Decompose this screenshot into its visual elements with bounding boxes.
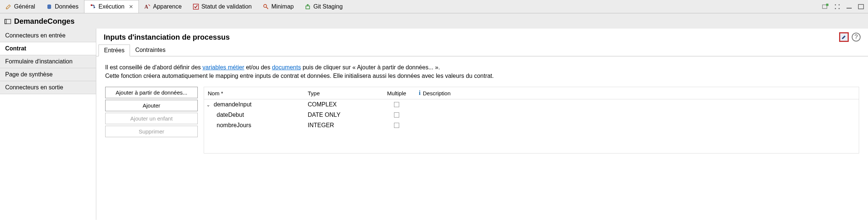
pencil-icon <box>5 3 12 10</box>
panel-title: Inputs d'instanciation de processus <box>104 33 839 42</box>
magnifier-icon <box>263 3 269 10</box>
cylinder-icon <box>46 3 53 10</box>
svg-point-14 <box>835 8 836 9</box>
pool-icon <box>4 18 11 25</box>
svg-line-4 <box>148 4 150 6</box>
svg-rect-19 <box>5 19 6 24</box>
tab-label: Git Staging <box>313 3 343 10</box>
checkbox-icon <box>193 3 199 10</box>
button-label: Ajouter un enfant <box>130 115 173 122</box>
svg-marker-2 <box>94 6 95 9</box>
sidebar-item-connectors-in[interactable]: Connecteurs en entrée <box>0 29 96 42</box>
add-child-button[interactable]: Ajouter un enfant <box>105 113 198 124</box>
close-icon[interactable]: ✕ <box>129 4 133 10</box>
tab-execution[interactable]: Exécution ✕ <box>84 0 139 13</box>
delete-button[interactable]: Supprimer <box>105 126 198 137</box>
table-row[interactable]: ⌄demandeInput COMPLEX <box>204 99 859 110</box>
svg-rect-1 <box>91 4 92 6</box>
help-icon[interactable]: ? <box>852 33 861 42</box>
sidebar-item-connectors-out[interactable]: Connecteurs en sortie <box>0 81 96 94</box>
subtab-label: Contraintes <box>135 47 166 53</box>
tab-label: Général <box>14 3 35 10</box>
sidebar-item-label: Formulaire d'instanciation <box>5 58 73 65</box>
editor-title-text: DemandeConges <box>14 17 74 26</box>
subtab-row: Entrées Contraintes <box>96 44 868 56</box>
tab-validation[interactable]: Statut de validation <box>187 0 257 13</box>
svg-rect-17 <box>858 4 864 9</box>
add-from-data-button[interactable]: Ajouter à partir de données... <box>105 87 198 98</box>
tab-label: Apparence <box>153 3 181 10</box>
font-icon: A <box>144 3 151 10</box>
git-icon <box>304 3 311 10</box>
table-row[interactable]: dateDebut DATE ONLY <box>204 110 859 120</box>
chevron-down-icon[interactable]: ⌄ <box>206 102 211 108</box>
cell-name: demandeInput <box>214 101 251 108</box>
svg-point-13 <box>839 4 840 5</box>
new-view-icon[interactable]: + <box>822 3 829 10</box>
cell-type: COMPLEX <box>308 101 337 108</box>
tab-appearance[interactable]: A Apparence <box>139 0 187 13</box>
inputs-table: Nom * Type Multiple iDescription ⌄demand… <box>204 87 859 154</box>
editor-title: DemandeConges <box>0 13 868 29</box>
section-sidebar: Connecteurs en entrée Contrat Formulaire… <box>0 29 96 220</box>
column-header-description[interactable]: iDescription <box>415 87 859 99</box>
edit-icon[interactable] <box>839 32 849 42</box>
help-text: Il est conseillé de d'abord définir des … <box>105 63 859 80</box>
sidebar-item-label: Page de synthèse <box>5 71 53 77</box>
tab-label: Données <box>55 3 79 10</box>
sidebar-item-instantiation-form[interactable]: Formulaire d'instanciation <box>0 55 96 68</box>
svg-text:+: + <box>827 4 828 6</box>
column-header-multiple[interactable]: Multiple <box>378 87 415 99</box>
svg-rect-8 <box>306 6 310 9</box>
subtab-label: Entrées <box>104 47 124 53</box>
tab-git-staging[interactable]: Git Staging <box>299 0 348 13</box>
maximize-icon[interactable] <box>858 3 864 10</box>
sidebar-item-label: Contrat <box>5 45 26 52</box>
checkbox-multiple[interactable] <box>394 112 399 118</box>
subtab-inputs[interactable]: Entrées <box>99 44 130 56</box>
execute-icon <box>90 3 96 10</box>
subtab-constraints[interactable]: Contraintes <box>130 44 171 56</box>
minimize-icon[interactable] <box>846 3 852 10</box>
svg-rect-18 <box>5 19 11 24</box>
tab-label: Statut de validation <box>201 3 252 10</box>
tab-label: Minimap <box>271 3 294 10</box>
svg-text:A: A <box>144 4 148 10</box>
svg-point-6 <box>264 4 267 7</box>
tab-minimap[interactable]: Minimap <box>257 0 299 13</box>
svg-point-15 <box>839 8 840 9</box>
checkbox-multiple[interactable] <box>394 123 399 128</box>
add-button[interactable]: Ajouter <box>105 100 198 111</box>
tab-general[interactable]: Général <box>0 0 41 13</box>
sidebar-item-contract[interactable]: Contrat <box>0 42 96 55</box>
tab-data[interactable]: Données <box>41 0 84 13</box>
button-label: Supprimer <box>138 128 164 135</box>
svg-line-7 <box>266 7 268 9</box>
tab-bar-actions: + <box>822 3 868 10</box>
table-row[interactable]: nombreJours INTEGER <box>204 120 859 131</box>
svg-rect-16 <box>847 8 852 9</box>
link-documents[interactable]: documents <box>272 64 301 70</box>
svg-point-12 <box>835 4 836 5</box>
tab-label: Exécution <box>99 3 124 10</box>
column-header-type[interactable]: Type <box>304 87 378 99</box>
main-tab-bar: Général Données Exécution ✕ A Apparence … <box>0 0 868 13</box>
button-label: Ajouter <box>143 102 160 109</box>
sidebar-item-label: Connecteurs en sortie <box>5 84 63 90</box>
view-menu-icon[interactable] <box>834 3 841 10</box>
cell-name: dateDebut <box>217 112 244 118</box>
link-business-variables[interactable]: variables métier <box>203 64 244 70</box>
column-header-name[interactable]: Nom * <box>204 87 304 99</box>
sidebar-item-overview-page[interactable]: Page de synthèse <box>0 68 96 81</box>
cell-type: INTEGER <box>308 122 334 129</box>
checkbox-multiple[interactable] <box>394 102 399 107</box>
sidebar-item-label: Connecteurs en entrée <box>5 32 66 39</box>
button-label: Ajouter à partir de données... <box>116 89 187 96</box>
cell-name: nombreJours <box>217 122 251 129</box>
cell-type: DATE ONLY <box>308 112 340 118</box>
info-icon: i <box>419 89 421 97</box>
